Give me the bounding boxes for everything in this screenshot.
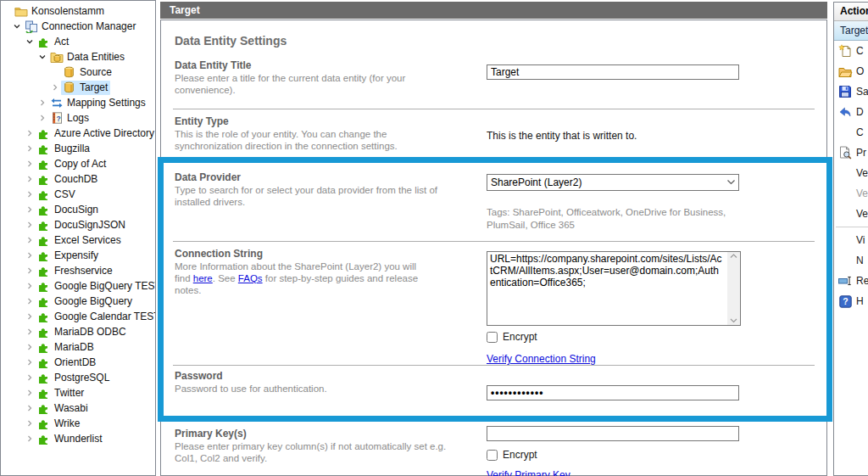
chevron-right-icon[interactable] xyxy=(36,98,48,108)
primary-encrypt-checkbox[interactable] xyxy=(487,450,498,461)
tree-item-konsolenstamm[interactable]: Konsolenstamm xyxy=(1,3,155,19)
tree-item-docusign[interactable]: DocuSign xyxy=(1,202,155,217)
tree-item-google-bigquery[interactable]: Google BigQuery xyxy=(1,294,155,309)
tree-item-expensify[interactable]: Expensify xyxy=(1,248,155,263)
icon-spacer xyxy=(837,207,853,221)
action-item-label: Sa xyxy=(856,86,868,98)
svg-text:?: ? xyxy=(56,115,60,123)
tree-item-label: MariaDB ODBC xyxy=(54,326,126,338)
action-item-13[interactable]: Re xyxy=(834,271,868,291)
separator xyxy=(173,241,815,242)
data-provider-select[interactable]: SharePoint (Layer2) xyxy=(487,174,739,191)
tree-item-label: Google BigQuery xyxy=(54,295,132,307)
tree-item-google-bigquery-test[interactable]: Google BigQuery TEST xyxy=(1,278,155,294)
chevron-right-icon[interactable] xyxy=(24,159,36,169)
action-item-4[interactable]: D xyxy=(834,102,868,122)
action-item-label: Re xyxy=(856,275,868,287)
separator xyxy=(173,109,815,109)
tree-item-label: Data Entities xyxy=(67,51,125,63)
action-item-9[interactable]: Ve xyxy=(834,204,868,224)
action-item-14[interactable]: ?H xyxy=(834,291,868,311)
chevron-right-icon[interactable] xyxy=(49,82,61,92)
tree-item-body: Copy of Act xyxy=(36,157,108,171)
chevron-right-icon[interactable] xyxy=(24,357,36,367)
tree-item-csv[interactable]: CSV xyxy=(1,187,155,202)
tree-item-twitter[interactable]: Twitter xyxy=(1,385,155,400)
icon-spacer xyxy=(837,254,853,268)
data-provider-selected-value: SharePoint (Layer2) xyxy=(491,176,723,188)
tree-item-postgresql[interactable]: PostgreSQL xyxy=(1,370,155,385)
tree-item-body: MariaDB ODBC xyxy=(36,325,129,339)
action-panel-selected-item[interactable]: Target xyxy=(834,21,868,41)
chevron-right-icon[interactable] xyxy=(24,311,36,322)
action-item-5[interactable]: C xyxy=(834,122,868,143)
tree-item-wunderlist[interactable]: Wunderlist xyxy=(1,431,155,446)
tree-item-wrike[interactable]: Wrike xyxy=(1,416,155,431)
chevron-right-icon[interactable] xyxy=(24,342,36,352)
tree-item-source[interactable]: Source xyxy=(1,64,155,80)
tree-item-azure-active-directory[interactable]: Azure Active Directory xyxy=(1,126,155,141)
textarea-scrollbar[interactable] xyxy=(727,252,740,325)
tree-item-google-calendar-test[interactable]: Google Calendar TEST xyxy=(1,309,155,324)
action-item-label: D xyxy=(856,106,864,118)
chevron-right-icon[interactable] xyxy=(24,266,36,276)
chevron-right-icon[interactable] xyxy=(24,128,36,138)
tree-item-target[interactable]: Target xyxy=(1,80,155,95)
action-item-12[interactable]: N xyxy=(834,250,868,271)
verify-connection-string-link[interactable]: Verify Connection String xyxy=(487,353,596,365)
chevron-right-icon[interactable] xyxy=(24,403,36,413)
action-item-11[interactable]: Vi xyxy=(834,230,868,250)
tree-item-data-entities[interactable]: Data Entities xyxy=(1,49,155,64)
tree-item-freshservice[interactable]: Freshservice xyxy=(1,263,155,278)
chevron-right-icon[interactable] xyxy=(24,235,36,245)
data-entity-title-desc: Please enter a title for the current dat… xyxy=(175,72,454,96)
connection-encrypt-checkbox[interactable] xyxy=(487,332,498,343)
folder-icon xyxy=(14,5,28,18)
verify-primary-key-link[interactable]: Verify Primary Key xyxy=(487,469,570,476)
chevron-right-icon[interactable] xyxy=(24,418,36,428)
chevron-right-icon[interactable] xyxy=(24,434,36,444)
chevron-right-icon[interactable] xyxy=(24,204,36,215)
here-link[interactable]: here xyxy=(193,273,213,283)
tree-item-logs[interactable]: ?Logs xyxy=(1,110,155,126)
chevron-right-icon[interactable] xyxy=(24,296,36,306)
chevron-down-icon[interactable] xyxy=(24,36,36,47)
chevron-right-icon[interactable] xyxy=(24,143,36,154)
tree-item-mariadb-odbc[interactable]: MariaDB ODBC xyxy=(1,324,155,339)
chevron-right-icon[interactable] xyxy=(24,220,36,230)
tree-item-act[interactable]: Act xyxy=(1,34,155,49)
tree-item-copy-of-act[interactable]: Copy of Act xyxy=(1,156,155,171)
primary-keys-input[interactable] xyxy=(487,426,739,441)
tree-item-excel-services[interactable]: Excel Services xyxy=(1,232,155,248)
action-item-2[interactable]: O xyxy=(834,61,868,81)
chevron-right-icon[interactable] xyxy=(24,189,36,199)
action-item-6[interactable]: Pr xyxy=(834,143,868,163)
chevron-down-icon[interactable] xyxy=(11,21,23,31)
chevron-right-icon[interactable] xyxy=(24,250,36,260)
tree-item-connection-manager[interactable]: Connection Manager xyxy=(1,19,155,34)
action-item-3[interactable]: Sa xyxy=(834,81,868,102)
tree-item-wasabi[interactable]: Wasabi xyxy=(1,400,155,416)
tree-item-couchdb[interactable]: CouchDB xyxy=(1,171,155,187)
tree-item-bugzilla[interactable]: Bugzilla xyxy=(1,141,155,156)
tree-item-orientdb[interactable]: OrientDB xyxy=(1,355,155,370)
chevron-right-icon[interactable] xyxy=(24,372,36,383)
tree-item-mariadb[interactable]: MariaDB xyxy=(1,339,155,355)
primary-keys-desc: Please enter primary key column(s) if no… xyxy=(175,440,454,464)
faqs-link[interactable]: FAQs xyxy=(238,273,263,283)
password-input[interactable] xyxy=(487,385,739,400)
tree-item-label: Bugzilla xyxy=(54,143,90,154)
chevron-right-icon[interactable] xyxy=(24,174,36,184)
connection-string-textarea[interactable]: URL=https://company.sharepoint.com/sites… xyxy=(487,251,741,326)
chevron-right-icon[interactable] xyxy=(36,113,48,123)
action-item-7[interactable]: Ve xyxy=(834,163,868,183)
data-entity-title-input[interactable] xyxy=(487,64,739,80)
action-item-1[interactable]: C xyxy=(834,41,868,61)
chevron-right-icon[interactable] xyxy=(24,327,36,337)
chevron-down-icon[interactable] xyxy=(36,52,48,62)
chevron-right-icon[interactable] xyxy=(24,281,36,291)
preview-icon xyxy=(837,146,853,160)
chevron-right-icon[interactable] xyxy=(24,388,36,398)
tree-item-docusignjson[interactable]: DocuSignJSON xyxy=(1,217,155,232)
tree-item-mapping-settings[interactable]: Mapping Settings xyxy=(1,95,155,110)
